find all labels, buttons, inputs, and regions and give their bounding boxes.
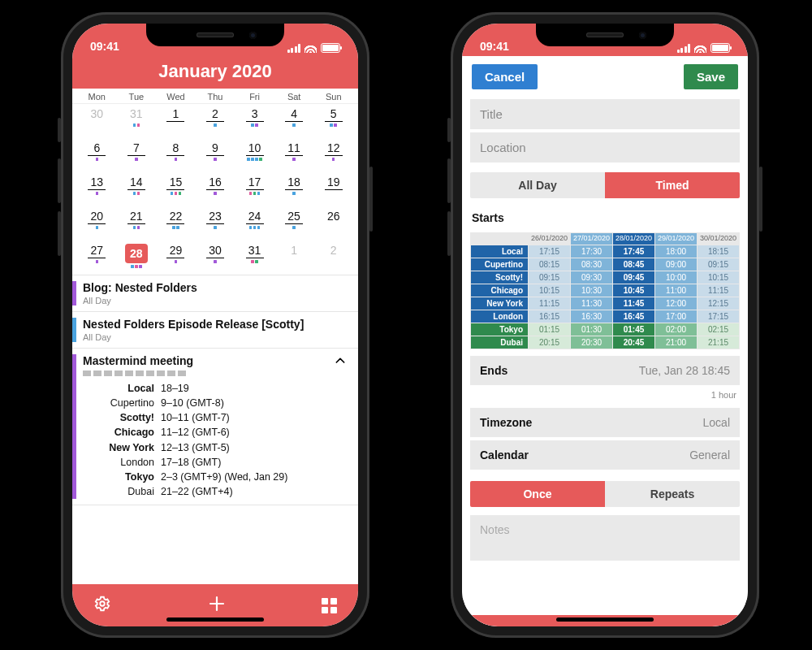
tz-date-header[interactable]: 26/01/2020 xyxy=(529,233,570,245)
tz-time-cell[interactable]: 16:45 xyxy=(613,310,654,323)
day-cell[interactable]: 25 xyxy=(274,206,314,240)
day-cell[interactable]: 22 xyxy=(156,206,196,240)
day-cell[interactable]: 30 xyxy=(196,240,235,275)
timezone-row[interactable]: Timezone Local xyxy=(470,408,740,437)
tz-time-cell[interactable]: 20:30 xyxy=(571,336,612,349)
tz-time-cell[interactable]: 11:15 xyxy=(529,297,570,310)
allday-timed-segment[interactable]: All Day Timed xyxy=(470,172,740,198)
save-button[interactable]: Save xyxy=(684,64,738,89)
day-cell[interactable]: 8 xyxy=(156,138,196,172)
day-cell[interactable]: 1 xyxy=(156,104,196,138)
day-cell[interactable]: 2 xyxy=(196,104,235,138)
day-cell[interactable]: 2 xyxy=(313,240,353,275)
once-repeats-segment[interactable]: Once Repeats xyxy=(470,481,740,507)
settings-icon[interactable] xyxy=(93,595,111,616)
timezone-picker[interactable]: 26/01/202027/01/202028/01/202029/01/2020… xyxy=(470,232,740,349)
segment-repeats[interactable]: Repeats xyxy=(605,481,740,507)
day-cell[interactable]: 9 xyxy=(196,138,235,172)
tz-time-cell[interactable]: 12:00 xyxy=(655,297,697,310)
tz-time-cell[interactable]: 09:45 xyxy=(613,271,654,284)
tz-time-cell[interactable]: 18:00 xyxy=(655,245,697,258)
tz-time-cell[interactable]: 10:15 xyxy=(698,271,739,284)
tz-time-cell[interactable]: 21:00 xyxy=(655,336,697,349)
tz-time-cell[interactable]: 17:00 xyxy=(655,310,697,323)
tz-time-cell[interactable]: 09:00 xyxy=(655,258,697,271)
segment-allday[interactable]: All Day xyxy=(470,172,605,198)
notes-field[interactable]: Notes xyxy=(470,515,740,561)
day-cell[interactable]: 18 xyxy=(274,172,314,206)
tz-time-cell[interactable]: 21:15 xyxy=(698,336,739,349)
tz-date-header[interactable]: 27/01/2020 xyxy=(571,233,612,245)
day-cell[interactable]: 31 xyxy=(117,104,157,138)
cancel-button[interactable]: Cancel xyxy=(472,64,538,89)
tz-time-cell[interactable]: 01:45 xyxy=(613,323,654,336)
day-cell[interactable]: 14 xyxy=(117,172,157,206)
ends-row[interactable]: Ends Tue, Jan 28 18:45 xyxy=(470,356,740,385)
day-cell[interactable]: 12 xyxy=(313,138,353,172)
day-cell[interactable]: 27 xyxy=(77,240,117,275)
day-cell[interactable]: 10 xyxy=(235,138,274,172)
tz-time-cell[interactable]: 16:15 xyxy=(529,310,570,323)
tz-time-cell[interactable]: 09:15 xyxy=(529,271,570,284)
tz-time-cell[interactable]: 18:15 xyxy=(698,245,739,258)
calendar-row[interactable]: Calendar General xyxy=(470,440,740,470)
tz-time-cell[interactable]: 01:30 xyxy=(571,323,612,336)
event-row-expanded[interactable]: Mastermind meetingLocal18–19Cupertino9–1… xyxy=(72,349,358,505)
day-cell[interactable]: 29 xyxy=(156,240,196,275)
day-cell[interactable]: 20 xyxy=(77,206,117,240)
day-cell[interactable]: 23 xyxy=(196,206,235,240)
tz-time-cell[interactable]: 10:45 xyxy=(613,284,654,297)
event-row[interactable]: Nested Folders Episode Release [Scotty]A… xyxy=(72,312,358,349)
day-cell[interactable]: 17 xyxy=(235,172,274,206)
event-row[interactable]: Blog: Nested FoldersAll Day xyxy=(72,275,358,312)
day-cell[interactable]: 15 xyxy=(156,172,196,206)
day-cell[interactable]: 13 xyxy=(77,172,117,206)
tz-time-cell[interactable]: 02:00 xyxy=(655,323,697,336)
tz-date-header[interactable]: 30/01/2020 xyxy=(698,233,739,245)
tz-time-cell[interactable]: 17:30 xyxy=(571,245,612,258)
tz-time-cell[interactable]: 10:00 xyxy=(655,271,697,284)
day-cell[interactable]: 6 xyxy=(77,138,117,172)
day-cell[interactable]: 30 xyxy=(77,104,117,138)
tz-time-cell[interactable]: 11:00 xyxy=(655,284,697,297)
day-cell[interactable]: 3 xyxy=(235,104,274,138)
calendar-grid[interactable]: 3031123456789101112131415161718192021222… xyxy=(72,104,358,275)
tz-time-cell[interactable]: 08:30 xyxy=(571,258,612,271)
view-grid-icon[interactable] xyxy=(322,598,337,613)
tz-time-cell[interactable]: 11:30 xyxy=(571,297,612,310)
day-cell[interactable]: 16 xyxy=(196,172,235,206)
tz-time-cell[interactable]: 11:45 xyxy=(613,297,654,310)
add-icon[interactable] xyxy=(207,594,227,617)
month-title[interactable]: January 2020 xyxy=(72,56,358,89)
segment-once[interactable]: Once xyxy=(470,481,605,507)
tz-time-cell[interactable]: 08:15 xyxy=(529,258,570,271)
day-cell[interactable]: 31 xyxy=(235,240,274,275)
tz-time-cell[interactable]: 20:15 xyxy=(529,336,570,349)
tz-time-cell[interactable]: 08:45 xyxy=(613,258,654,271)
tz-time-cell[interactable]: 17:15 xyxy=(529,245,570,258)
tz-time-cell[interactable]: 09:30 xyxy=(571,271,612,284)
location-field[interactable]: Location xyxy=(470,132,740,162)
tz-time-cell[interactable]: 11:15 xyxy=(698,284,739,297)
tz-time-cell[interactable]: 20:45 xyxy=(613,336,654,349)
tz-time-cell[interactable]: 02:15 xyxy=(698,323,739,336)
day-cell[interactable]: 11 xyxy=(274,138,314,172)
tz-date-header[interactable]: 29/01/2020 xyxy=(655,233,697,245)
day-cell[interactable]: 5 xyxy=(313,104,353,138)
tz-time-cell[interactable]: 17:15 xyxy=(698,310,739,323)
segment-timed[interactable]: Timed xyxy=(605,172,740,198)
tz-time-cell[interactable]: 10:15 xyxy=(529,284,570,297)
tz-time-cell[interactable]: 10:30 xyxy=(571,284,612,297)
tz-time-cell[interactable]: 17:45 xyxy=(613,245,654,258)
tz-time-cell[interactable]: 12:15 xyxy=(698,297,739,310)
day-cell[interactable]: 7 xyxy=(117,138,157,172)
day-cell[interactable]: 24 xyxy=(235,206,274,240)
tz-date-header[interactable]: 28/01/2020 xyxy=(613,233,654,245)
day-cell[interactable]: 21 xyxy=(117,206,157,240)
day-cell[interactable]: 28 xyxy=(117,240,157,275)
tz-time-cell[interactable]: 16:30 xyxy=(571,310,612,323)
day-cell[interactable]: 19 xyxy=(313,172,353,206)
tz-time-cell[interactable]: 01:15 xyxy=(529,323,570,336)
day-cell[interactable]: 4 xyxy=(274,104,314,138)
tz-time-cell[interactable]: 09:15 xyxy=(698,258,739,271)
